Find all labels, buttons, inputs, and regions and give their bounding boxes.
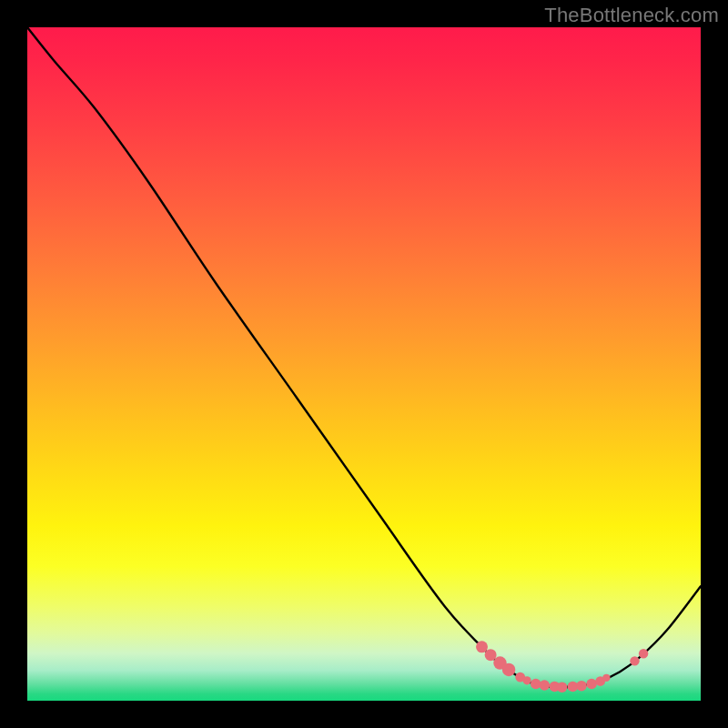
chart-svg (0, 0, 728, 728)
data-marker (540, 680, 551, 691)
data-marker (639, 649, 648, 658)
data-marker (522, 676, 531, 684)
plot-background (27, 27, 701, 701)
data-marker (476, 641, 488, 652)
data-marker (576, 681, 587, 692)
watermark-text: TheBottleneck.com (544, 4, 719, 27)
data-marker (586, 679, 597, 690)
data-marker (630, 656, 639, 665)
data-marker (602, 674, 610, 682)
data-marker (557, 682, 568, 693)
data-marker (485, 649, 497, 661)
chart-container: { "watermark": "TheBottleneck.com", "cha… (0, 0, 728, 728)
data-marker (502, 663, 515, 676)
